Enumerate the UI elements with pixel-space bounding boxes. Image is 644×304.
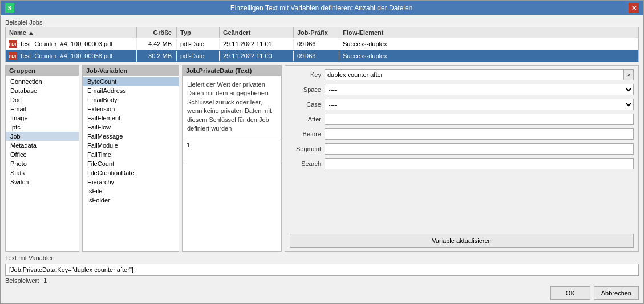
- title-bar-left: S: [5, 3, 14, 13]
- td-geandert-2: 29.11.2022 11:00: [220, 51, 294, 61]
- var-emailaddress[interactable]: EmailAddress: [83, 86, 179, 95]
- preview-box: 1: [183, 139, 281, 161]
- variables-header: Job-Variablen: [83, 66, 179, 76]
- group-email[interactable]: Email: [6, 104, 79, 114]
- group-database[interactable]: Database: [6, 86, 79, 95]
- td-size-1: 4.42 MB: [137, 39, 177, 49]
- main-content: Beispiel-Jobs Name ▲ Größe Typ Geändert …: [1, 15, 643, 303]
- text-input-row: [5, 264, 639, 276]
- space-select[interactable]: ----: [325, 84, 634, 95]
- beispielwert-value: 1: [43, 277, 47, 284]
- description-body: Liefert der Wert der privaten Daten mit …: [183, 76, 281, 251]
- group-job[interactable]: Job: [6, 132, 79, 141]
- td-name-2: PDF Test_Counter_#4_100_00058.pdf: [6, 50, 137, 62]
- jobs-table: Name ▲ Größe Typ Geändert Job-Präfix Flo…: [5, 27, 639, 62]
- pdf-icon-1: PDF: [9, 40, 17, 48]
- update-variable-button[interactable]: Variable aktualisieren: [290, 234, 634, 248]
- var-failelement[interactable]: FailElement: [83, 114, 179, 123]
- space-label: Space: [290, 86, 321, 93]
- pdf-icon-2: PDF: [9, 52, 17, 60]
- group-office[interactable]: Office: [6, 150, 79, 159]
- key-arrow-button[interactable]: >: [623, 69, 634, 80]
- th-typ: Typ: [177, 27, 220, 38]
- space-row: Space ----: [290, 84, 634, 95]
- description-text: Liefert der Wert der privaten Daten mit …: [183, 77, 281, 136]
- group-image[interactable]: Image: [6, 114, 79, 123]
- cancel-button[interactable]: Abbrechen: [594, 286, 639, 300]
- th-geandert: Geändert: [220, 27, 294, 38]
- main-window: S Einzeiligen Text mit Variablen definie…: [0, 0, 644, 304]
- group-switch[interactable]: Switch: [6, 177, 79, 187]
- td-size-2: 30.2 MB: [137, 51, 177, 61]
- window-title: Einzeiligen Text mit Variablen definiere…: [230, 4, 413, 12]
- case-label: Case: [290, 101, 321, 108]
- var-extension[interactable]: Extension: [83, 104, 179, 114]
- segment-input[interactable]: [325, 143, 634, 155]
- before-label: Before: [290, 131, 321, 137]
- group-iptc[interactable]: Iptc: [6, 123, 79, 132]
- var-filecount[interactable]: FileCount: [83, 159, 179, 168]
- group-doc[interactable]: Doc: [6, 95, 79, 104]
- group-connection[interactable]: Connection: [6, 77, 79, 86]
- table-row-selected[interactable]: PDF Test_Counter_#4_100_00058.pdf 30.2 M…: [6, 50, 638, 62]
- title-bar-center: Einzeiligen Text mit Variablen definiere…: [14, 4, 629, 12]
- var-emailbody[interactable]: EmailBody: [83, 95, 179, 104]
- variables-body: ByteCount EmailAddress EmailBody Extensi…: [83, 76, 179, 251]
- group-metadata[interactable]: Metadata: [6, 141, 79, 150]
- td-typ-2: pdf-Datei: [177, 51, 220, 61]
- table-row[interactable]: PDF Test_Counter_#4_100_00003.pdf 4.42 M…: [6, 38, 638, 50]
- after-label: After: [290, 116, 321, 123]
- td-flow-2: Success-duplex: [339, 51, 408, 61]
- td-flow-1: Success-duplex: [339, 39, 408, 49]
- var-bytecount[interactable]: ByteCount: [83, 77, 179, 86]
- close-button[interactable]: ✕: [629, 3, 639, 13]
- before-input[interactable]: [325, 128, 634, 140]
- th-praefix: Job-Präfix: [294, 27, 339, 38]
- preview-value: 1: [187, 141, 190, 148]
- var-filecreationdate[interactable]: FileCreationDate: [83, 168, 179, 177]
- var-failmessage[interactable]: FailMessage: [83, 132, 179, 141]
- key-input[interactable]: [325, 69, 623, 80]
- var-hierarchy[interactable]: Hierarchy: [83, 177, 179, 187]
- th-flow: Flow-Element: [339, 27, 408, 38]
- search-input[interactable]: [325, 158, 634, 169]
- title-bar: S Einzeiligen Text mit Variablen definie…: [1, 1, 643, 15]
- td-praefix-2: 09D63: [294, 51, 339, 61]
- search-row: Search: [290, 158, 634, 169]
- segment-row: Segment: [290, 143, 634, 155]
- table-header: Name ▲ Größe Typ Geändert Job-Präfix Flo…: [6, 27, 638, 38]
- groups-body: Connection Database Doc Email Image Iptc…: [6, 76, 79, 251]
- footer-buttons: OK Abbrechen: [5, 284, 639, 300]
- var-isfile[interactable]: IsFile: [83, 187, 179, 196]
- td-praefix-1: 09D66: [294, 39, 339, 49]
- description-header: Job.PrivateData (Text): [183, 66, 281, 76]
- before-row: Before: [290, 128, 634, 140]
- jobs-section: Beispiel-Jobs Name ▲ Größe Typ Geändert …: [5, 19, 639, 62]
- middle-section: Gruppen Connection Database Doc Email Im…: [5, 65, 639, 252]
- text-mit-variablen-label: Text mit Variablen: [5, 254, 639, 261]
- text-mit-variablen-input[interactable]: [5, 264, 639, 276]
- after-input[interactable]: [325, 114, 634, 125]
- key-input-group: >: [325, 69, 634, 80]
- description-panel: Job.PrivateData (Text) Liefert der Wert …: [182, 65, 282, 252]
- case-row: Case ----: [290, 99, 634, 110]
- beispiel-row: Beispielwert 1: [5, 277, 639, 284]
- right-form-panel: Key > Space ---- Case ----: [285, 65, 639, 252]
- th-size: Größe: [137, 27, 177, 38]
- td-typ-1: pdf-Datei: [177, 39, 220, 49]
- group-stats[interactable]: Stats: [6, 168, 79, 177]
- var-isfolder[interactable]: IsFolder: [83, 196, 179, 205]
- case-select[interactable]: ----: [325, 99, 634, 110]
- td-geandert-1: 29.11.2022 11:01: [220, 39, 294, 49]
- jobs-label: Beispiel-Jobs: [5, 19, 639, 26]
- var-failtime[interactable]: FailTime: [83, 150, 179, 159]
- var-failmodule[interactable]: FailModule: [83, 141, 179, 150]
- group-photo[interactable]: Photo: [6, 159, 79, 168]
- segment-label: Segment: [290, 145, 321, 152]
- key-row: Key >: [290, 69, 634, 80]
- bottom-section: Text mit Variablen Beispielwert 1 OK Abb…: [5, 254, 639, 300]
- variables-panel: Job-Variablen ByteCount EmailAddress Ema…: [82, 65, 179, 252]
- var-failflow[interactable]: FailFlow: [83, 123, 179, 132]
- ok-button[interactable]: OK: [550, 286, 590, 300]
- groups-header: Gruppen: [6, 66, 79, 76]
